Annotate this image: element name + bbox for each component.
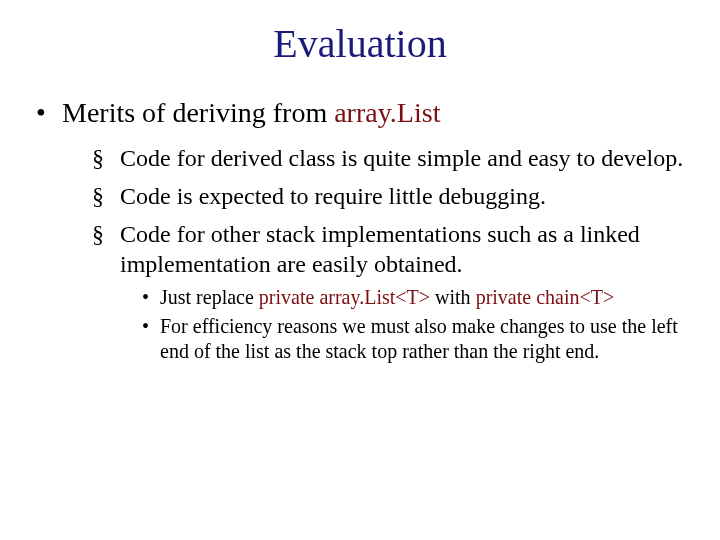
list-item: For efficiency reasons we must also make… xyxy=(142,314,690,364)
list-item: Merits of deriving from array.List Code … xyxy=(36,97,690,364)
l2a-text: Code for derived class is quite simple a… xyxy=(120,145,683,171)
l1-text-pre: Merits of deriving from xyxy=(62,97,334,128)
l2b-text: Code is expected to require little debug… xyxy=(120,183,546,209)
l1-text-accent: array.List xyxy=(334,97,440,128)
list-item: Code for derived class is quite simple a… xyxy=(92,143,690,173)
l3a-t2: with xyxy=(430,286,476,308)
list-item: Just replace private array.List<T> with … xyxy=(142,285,690,310)
bullet-list-level1: Merits of deriving from array.List Code … xyxy=(36,97,690,364)
list-item: Code for other stack implementations suc… xyxy=(92,219,690,364)
l3a-t1: Just replace xyxy=(160,286,259,308)
slide-title: Evaluation xyxy=(30,20,690,67)
bullet-list-level2: Code for derived class is quite simple a… xyxy=(92,143,690,364)
l3a-a2: private chain<T> xyxy=(476,286,615,308)
l3a-a1: private array.List<T> xyxy=(259,286,430,308)
l3b-text: For efficiency reasons we must also make… xyxy=(160,315,678,362)
list-item: Code is expected to require little debug… xyxy=(92,181,690,211)
slide: Evaluation Merits of deriving from array… xyxy=(0,0,720,540)
l2c-text: Code for other stack implementations suc… xyxy=(120,221,640,277)
bullet-list-level3: Just replace private array.List<T> with … xyxy=(142,285,690,364)
